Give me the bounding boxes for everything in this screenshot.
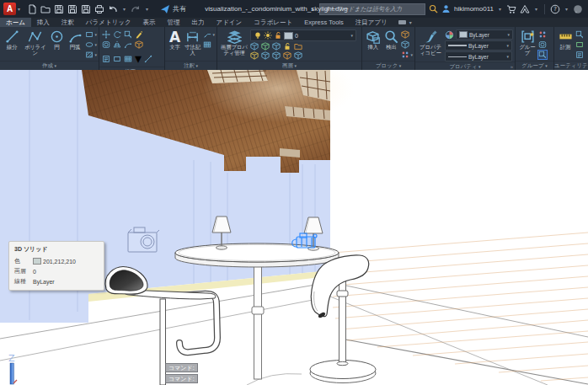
panel-label-draw[interactable]: 作成 [0, 61, 99, 70]
ungroup-tool[interactable] [538, 30, 547, 39]
app-menu-caret-icon[interactable]: ▾ [18, 6, 20, 12]
layer-unisolate-tool-icon[interactable] [261, 51, 270, 60]
text-button[interactable]: 文字 [168, 29, 182, 51]
username[interactable]: hikimomo011 [454, 5, 494, 13]
panel-label-utilities[interactable]: ユーティリティ [554, 61, 588, 70]
tab-express-tools[interactable]: Express Tools [298, 18, 350, 27]
tab-addins[interactable]: アドイン [211, 18, 249, 27]
array-caret-icon[interactable]: ▾ [135, 51, 142, 67]
tab-collaborate[interactable]: コラボレート [248, 18, 298, 27]
tab-insert[interactable]: 挿入 [31, 18, 56, 27]
open-file-icon[interactable] [40, 4, 51, 14]
id-point-tool[interactable] [575, 51, 584, 59]
panel-label-annotation[interactable]: 注釈 [165, 61, 216, 70]
group-button[interactable]: グループ [518, 29, 537, 56]
block-define-tool[interactable] [401, 40, 413, 49]
app-menu-button[interactable]: A [3, 3, 16, 15]
rectangle-tool[interactable]: ▾ [85, 30, 97, 39]
array-tool-icon[interactable] [124, 55, 132, 63]
tab-manage[interactable]: 管理 [162, 18, 186, 27]
panel-label-layers[interactable]: 画層 [217, 61, 361, 70]
hatch-tool[interactable]: ▾ [85, 51, 97, 59]
tab-parametric[interactable]: パラメトリック [80, 18, 137, 27]
group-selection-toggle[interactable] [538, 51, 547, 59]
quick-calc-tool[interactable] [575, 40, 584, 49]
erase-tool-icon[interactable] [135, 30, 143, 39]
qat-customize-caret-icon[interactable]: ▾ [146, 6, 148, 12]
undo-icon[interactable] [108, 4, 118, 14]
layer-off-tool-icon[interactable] [250, 42, 259, 51]
redo-icon[interactable] [131, 4, 141, 14]
match-properties-button[interactable]: プロパティコピー [418, 29, 443, 56]
tab-output[interactable]: 出力 [186, 18, 211, 27]
tab-annotate[interactable]: 注釈 [56, 18, 80, 27]
search-icon[interactable] [429, 4, 438, 13]
leader-tool[interactable]: ▾ [203, 30, 215, 39]
feedback-bubble-icon[interactable] [573, 4, 583, 14]
undo-caret-icon[interactable]: ▾ [123, 6, 126, 12]
polyline-button[interactable]: ポリライン [24, 29, 47, 56]
fillet-tool-icon[interactable] [124, 40, 132, 49]
help-icon[interactable] [550, 4, 560, 14]
scale-tool-icon[interactable] [113, 55, 121, 63]
insert-block-button[interactable]: 挿入 [365, 29, 382, 51]
layer-color-swatch [284, 32, 293, 40]
layer-thaw-tool-icon[interactable] [272, 51, 281, 60]
save-all-icon[interactable] [81, 4, 91, 14]
tab-home[interactable]: ホーム [0, 18, 31, 27]
measure-button[interactable]: 計測 [557, 29, 574, 51]
help-caret-icon[interactable]: ▾ [565, 6, 568, 12]
save-icon[interactable] [54, 4, 64, 14]
linetype-dropdown[interactable]: ByLayer ▾ [445, 51, 512, 61]
rotate-tool-icon[interactable] [113, 30, 121, 39]
layer-dropdown[interactable]: 0 ▾ [250, 29, 356, 41]
panel-label-block[interactable]: ブロック [362, 61, 414, 70]
tab-featured-apps[interactable]: 注目アプリ [350, 18, 393, 27]
layer-match-tool-icon[interactable] [294, 42, 302, 51]
save-as-icon[interactable] [67, 4, 78, 14]
new-file-icon[interactable] [27, 4, 37, 14]
autodesk-caret-icon[interactable]: ▾ [535, 6, 537, 12]
layer-lock-tool-icon[interactable] [283, 42, 291, 51]
drawing-viewport[interactable]: Z 3D ソリッド 色 201,212,210 画層 0 線種 ByLayer [0, 70, 588, 385]
arc-button[interactable]: 円弧 [67, 29, 84, 51]
account-caret-icon[interactable]: ▾ [499, 6, 501, 12]
line-button[interactable]: 線分 [3, 29, 22, 51]
group-edit-tool[interactable] [538, 40, 547, 49]
tab-view[interactable]: 表示 [137, 18, 162, 27]
trim-tool-icon[interactable] [124, 30, 132, 39]
object-color-dropdown[interactable]: ByLayer ▾ [456, 29, 513, 40]
panel-label-groups[interactable]: グループ [516, 61, 553, 70]
layer-on-tool-icon[interactable] [250, 51, 259, 60]
tooltip-color-row: 色 201,212,210 [14, 257, 99, 265]
explode-tool-icon[interactable] [135, 40, 143, 49]
color-wheel-icon[interactable] [445, 30, 454, 40]
detect-button[interactable]: 検出 [383, 29, 400, 51]
dimension-button[interactable]: 寸法記入 [184, 29, 201, 56]
offset-tool-icon[interactable] [102, 40, 110, 49]
app-store-cart-icon[interactable] [506, 4, 516, 14]
autodesk-logo-icon[interactable] [520, 4, 530, 14]
user-avatar-icon[interactable] [441, 4, 451, 13]
quick-select-tool[interactable] [575, 30, 584, 39]
block-edit-tool[interactable] [401, 30, 413, 39]
layer-walk-tool-icon[interactable] [294, 51, 302, 60]
layer-dropdown-caret-icon[interactable]: ▾ [350, 33, 353, 38]
circle-button[interactable]: 円 [49, 29, 65, 51]
mirror-tool-icon[interactable] [113, 40, 121, 49]
plot-icon[interactable] [94, 4, 104, 14]
stretch-tool-icon[interactable] [102, 55, 110, 63]
lineweight-dropdown[interactable]: ByLayer ▾ [445, 40, 512, 51]
ribbon-display-toggle[interactable]: ▾ [393, 18, 419, 27]
layer-isolate-tool-icon[interactable] [261, 42, 270, 51]
ellipse-tool[interactable]: ▾ [85, 40, 97, 49]
lengthen-tool-icon[interactable] [144, 55, 152, 63]
move-tool-icon[interactable] [102, 30, 110, 39]
share-button[interactable]: 共有 [160, 4, 186, 14]
scene-3d[interactable]: Z [0, 70, 588, 385]
layer-unlock-tool-icon[interactable] [283, 51, 291, 60]
block-attributes-tool[interactable]: ▾ [401, 51, 413, 59]
layer-properties-button[interactable]: 画層プロパティ管理 [220, 29, 249, 56]
table-tool[interactable] [203, 40, 215, 49]
layer-freeze-tool-icon[interactable] [272, 42, 281, 51]
